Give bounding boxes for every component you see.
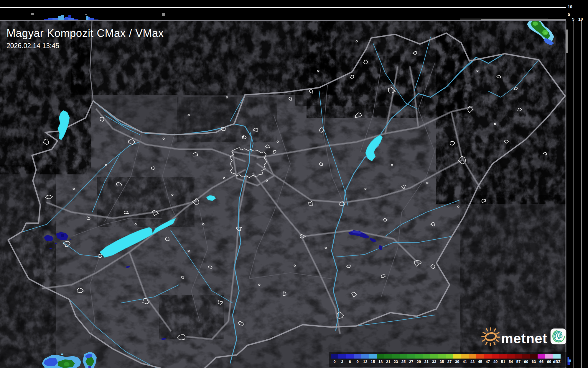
- dbz-legend: 0369121518212325272931333537394143454749…: [329, 352, 568, 367]
- legend-cell: 39: [453, 354, 461, 364]
- echo-profile-pixel: [58, 16, 61, 21]
- legend-cell: 6: [346, 354, 354, 364]
- legend-swatch: [338, 354, 346, 359]
- legend-tick-label: 35: [440, 359, 444, 364]
- legend-swatch: [499, 354, 507, 359]
- legend-cell: 37: [446, 354, 453, 364]
- legend-cell: 21: [384, 354, 392, 364]
- legend-cell: 63: [530, 354, 538, 364]
- legend-cell: 45: [476, 354, 484, 364]
- legend-cell: 69: [545, 354, 553, 364]
- legend-tick-label: 51: [501, 359, 505, 364]
- legend-swatch: [438, 354, 446, 359]
- legend-tick-label: 69: [547, 359, 551, 364]
- mountain-texture: [436, 21, 566, 204]
- legend-tick-label: 6: [349, 359, 351, 364]
- legend-tick-label: 43: [470, 359, 475, 364]
- legend-tick-label: 60: [524, 359, 528, 364]
- legend-swatch: [507, 354, 515, 359]
- radar-map-canvas: [0, 0, 588, 368]
- title-block: Magyar Kompozit CMax / VMax 2026.02.14 1…: [6, 27, 164, 50]
- top-profile-strip: [0, 0, 566, 21]
- legend-cell: 35: [438, 354, 446, 364]
- metnet-wordmark: metnet: [501, 331, 547, 346]
- legend-cell: 31: [423, 354, 430, 364]
- legend-cell: 0: [331, 354, 338, 364]
- legend-swatch: [346, 354, 354, 359]
- legend-swatch: [361, 354, 369, 359]
- legend-tick-label: 21: [386, 359, 390, 364]
- legend-tick-label: 37: [447, 359, 452, 364]
- legend-tick-label: 54: [509, 359, 513, 364]
- legend-swatch: [369, 354, 377, 359]
- dbz-legend-cells: 0369121518212325272931333537394143454749…: [331, 354, 567, 364]
- legend-swatch: [407, 354, 415, 359]
- terrain-silhouette: [162, 13, 165, 16]
- legend-tick-label: 29: [417, 359, 421, 364]
- legend-swatch: [545, 354, 553, 359]
- product-title: Magyar Kompozit CMax / VMax: [6, 27, 164, 40]
- legend-swatch: [331, 354, 338, 359]
- top-profile-10km-label: 10: [568, 4, 572, 9]
- legend-cell: 23: [392, 354, 400, 364]
- mountain-texture: [177, 97, 277, 142]
- legend-cell: 43: [469, 354, 476, 364]
- legend-tick-label: 66: [539, 359, 543, 364]
- legend-tick-label: 0: [333, 359, 335, 364]
- legend-swatch: [461, 354, 469, 359]
- metnet-app-icon: [550, 326, 566, 347]
- legend-tick-label: 63: [532, 359, 536, 364]
- legend-tick-label: 18: [378, 359, 383, 364]
- legend-cell: 57: [515, 354, 522, 364]
- legend-tick-label: dBZ: [553, 359, 560, 364]
- legend-cell: 3: [338, 354, 346, 364]
- legend-swatch: [446, 354, 453, 359]
- right-profile-5km-label: 5: [572, 17, 574, 22]
- legend-tick-label: 47: [486, 359, 490, 364]
- legend-tick-label: 57: [516, 359, 521, 364]
- legend-swatch: [538, 354, 545, 359]
- legend-tick-label: 9: [356, 359, 358, 364]
- mountain-texture: [159, 295, 224, 339]
- radar-product-image: { "header": { "title": "Magyar Kompozit …: [0, 0, 588, 368]
- echo-profile-pixel: [86, 16, 88, 21]
- legend-tick-label: 15: [371, 359, 375, 364]
- legend-tick-label: 49: [493, 359, 498, 364]
- legend-tick-label: 23: [394, 359, 398, 364]
- legend-cell: dBZ: [553, 354, 561, 364]
- legend-tick-label: 25: [401, 359, 406, 364]
- legend-tick-label: 31: [424, 359, 429, 364]
- legend-tick-label: 41: [463, 359, 467, 364]
- legend-cell: 27: [407, 354, 415, 364]
- legend-cell: 15: [369, 354, 377, 364]
- legend-cell: 51: [499, 354, 507, 364]
- mountain-texture: [97, 177, 195, 227]
- legend-swatch: [515, 354, 522, 359]
- legend-cell: 49: [492, 354, 499, 364]
- legend-swatch: [384, 354, 392, 359]
- sun-icon: [481, 324, 500, 349]
- terrain-silhouette: [566, 30, 568, 53]
- legend-swatch: [522, 354, 530, 359]
- right-profile-10km-label: 10: [578, 17, 583, 22]
- legend-swatch: [553, 354, 561, 359]
- echo-profile-pixel: [61, 15, 64, 21]
- mountain-texture: [295, 56, 424, 106]
- legend-tick-label: 3: [341, 359, 343, 364]
- echo-profile-pixel: [569, 360, 571, 362]
- terrain-silhouette: [85, 14, 87, 15]
- legend-cell: 29: [415, 354, 423, 364]
- legend-tick-label: 39: [455, 359, 459, 364]
- legend-cell: 9: [354, 354, 361, 364]
- legend-swatch: [400, 354, 407, 359]
- legend-swatch: [453, 354, 461, 359]
- legend-cell: 66: [538, 354, 545, 364]
- legend-swatch: [484, 354, 492, 359]
- legend-swatch: [415, 354, 423, 359]
- legend-tick-label: 27: [409, 359, 413, 364]
- legend-swatch: [492, 354, 499, 359]
- legend-cell: 60: [522, 354, 530, 364]
- legend-swatch: [476, 354, 484, 359]
- product-timestamp: 2026.02.14 13:45: [6, 42, 164, 50]
- legend-swatch: [354, 354, 361, 359]
